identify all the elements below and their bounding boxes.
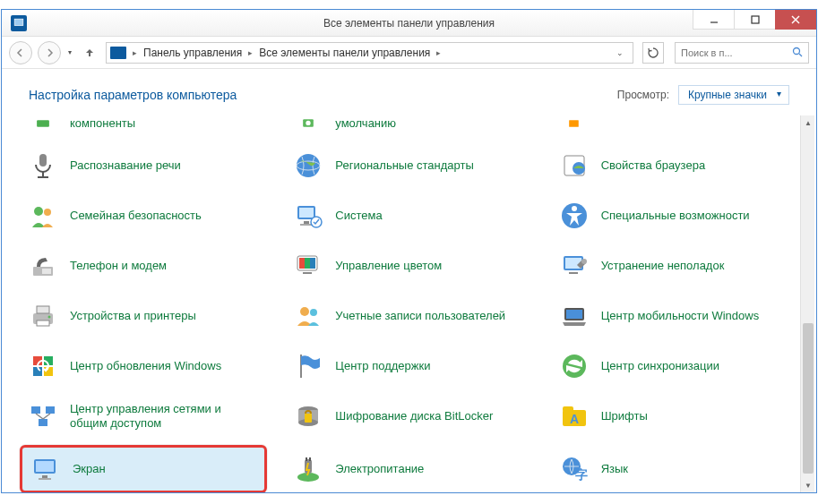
navbar: ▾ ▸ Панель управления ▸ Все элементы пан…: [2, 37, 816, 69]
mobility-icon: [558, 300, 590, 332]
svg-point-5: [794, 47, 800, 54]
cp-item-display[interactable]: Экран: [20, 445, 267, 492]
cp-item-troubleshooting[interactable]: Устранение неполадок: [551, 244, 798, 287]
cp-item-blank0: [551, 115, 798, 137]
items-grid: компоненты умолчанию: [20, 115, 798, 492]
svg-rect-70: [306, 457, 307, 461]
cp-item-color-management[interactable]: Управление цветом: [285, 244, 532, 287]
breadcrumb-item-control-panel[interactable]: Панель управления: [142, 47, 244, 59]
up-button[interactable]: [79, 42, 100, 64]
svg-rect-45: [566, 310, 582, 319]
breadcrumb-expand-button[interactable]: ⌄: [611, 48, 629, 57]
cp-item-windows-update[interactable]: Центр обновления Windows: [20, 345, 267, 388]
cp-item-accessibility[interactable]: Специальные возможности: [551, 194, 798, 237]
svg-line-56: [43, 414, 50, 419]
chevron-icon: ▸: [245, 48, 255, 57]
cp-item-components[interactable]: компоненты: [20, 115, 267, 137]
svg-rect-33: [303, 272, 312, 274]
control-panel-icon: [110, 47, 126, 59]
maximize-button[interactable]: [734, 10, 775, 30]
cp-item-network-sharing[interactable]: Центр управления сетями и общим доступом: [20, 395, 267, 438]
network-icon: [27, 400, 59, 432]
accessibility-icon: [558, 200, 590, 232]
color-icon: [292, 250, 324, 282]
display-icon: [30, 453, 62, 485]
cp-item-power-options[interactable]: Электропитание: [285, 445, 532, 492]
minimize-button[interactable]: [693, 10, 734, 30]
users-icon: [292, 300, 324, 332]
view-selector[interactable]: Крупные значки: [678, 85, 789, 105]
svg-point-51: [563, 355, 586, 378]
search-icon: [792, 45, 803, 61]
breadcrumb[interactable]: ▸ Панель управления ▸ Все элементы панел…: [106, 42, 633, 64]
svg-rect-32: [310, 258, 315, 269]
cp-item-devices-printers[interactable]: Устройства и принтеры: [20, 295, 267, 337]
breadcrumb-item-all-items[interactable]: Все элементы панели управления: [257, 47, 432, 59]
svg-text:字: 字: [575, 467, 588, 482]
svg-rect-66: [42, 475, 47, 478]
recent-locations-button[interactable]: ▾: [66, 48, 73, 56]
svg-rect-65: [36, 461, 54, 472]
svg-point-41: [48, 316, 51, 319]
svg-rect-2: [752, 16, 759, 23]
blank-icon: [558, 115, 590, 132]
cp-item-phone-modem[interactable]: Телефон и модем: [20, 244, 267, 287]
fonts-icon: A: [558, 400, 590, 432]
svg-rect-52: [31, 406, 40, 414]
svg-rect-21: [299, 208, 314, 218]
cp-item-family-safety[interactable]: Семейная безопасность: [20, 194, 267, 237]
default-icon: [292, 115, 324, 132]
bitlocker-icon: [292, 400, 324, 432]
cp-item-speech-recognition[interactable]: Распознавание речи: [20, 144, 267, 187]
svg-line-6: [799, 54, 802, 56]
svg-point-37: [581, 259, 587, 264]
svg-line-55: [36, 414, 43, 419]
refresh-button[interactable]: [642, 42, 664, 64]
scroll-up-button[interactable]: ▲: [801, 115, 815, 130]
chevron-icon: ▸: [130, 48, 140, 57]
svg-rect-60: [305, 414, 312, 423]
cp-item-user-accounts[interactable]: Учетные записи пользователей: [285, 295, 532, 337]
svg-rect-36: [569, 272, 578, 274]
svg-rect-40: [37, 320, 49, 326]
cp-item-language[interactable]: 字 Язык: [551, 445, 798, 492]
svg-rect-67: [39, 478, 51, 480]
cp-item-default[interactable]: умолчанию: [285, 115, 532, 137]
cp-item-browser-properties[interactable]: Свойства браузера: [551, 144, 798, 187]
microphone-icon: [27, 149, 59, 182]
cp-item-system[interactable]: Система: [285, 194, 532, 237]
scroll-down-button[interactable]: ▼: [801, 478, 815, 492]
browser-icon: [558, 149, 590, 182]
components-icon: [27, 115, 59, 132]
cp-item-support-center[interactable]: Центр поддержки: [285, 345, 532, 388]
scrollbar-thumb[interactable]: [803, 323, 814, 474]
svg-rect-71: [309, 457, 311, 461]
window-controls: [693, 10, 816, 30]
cp-item-bitlocker[interactable]: Шифрование диска BitLocker: [285, 395, 532, 438]
svg-text:A: A: [570, 412, 579, 426]
svg-rect-10: [569, 120, 579, 126]
content-header: Настройка параметров компьютера Просмотр…: [2, 69, 816, 115]
search-input[interactable]: [681, 47, 792, 58]
window-title: Все элементы панели управления: [323, 17, 495, 30]
svg-point-9: [306, 121, 311, 125]
cp-item-mobility-center[interactable]: Центр мобильности Windows: [551, 295, 798, 337]
scrollbar[interactable]: ▲ ▼: [800, 115, 814, 492]
cp-item-fonts[interactable]: A Шрифты: [551, 395, 798, 438]
cp-item-regional-standards[interactable]: Региональные стандарты: [285, 144, 532, 187]
svg-rect-11: [39, 154, 47, 167]
close-button[interactable]: [775, 10, 816, 30]
search-box[interactable]: [675, 42, 809, 64]
printer-icon: [27, 300, 59, 332]
forward-button[interactable]: [38, 41, 61, 64]
phone-icon: [27, 250, 59, 282]
svg-rect-39: [37, 306, 49, 313]
app-icon: [11, 15, 27, 31]
svg-point-18: [34, 207, 43, 216]
svg-rect-30: [299, 258, 305, 269]
page-title: Настройка параметров компьютера: [29, 88, 617, 102]
svg-rect-54: [39, 419, 47, 426]
titlebar: Все элементы панели управления: [2, 10, 816, 37]
back-button[interactable]: [9, 41, 32, 64]
cp-item-sync-center[interactable]: Центр синхронизации: [551, 345, 798, 388]
